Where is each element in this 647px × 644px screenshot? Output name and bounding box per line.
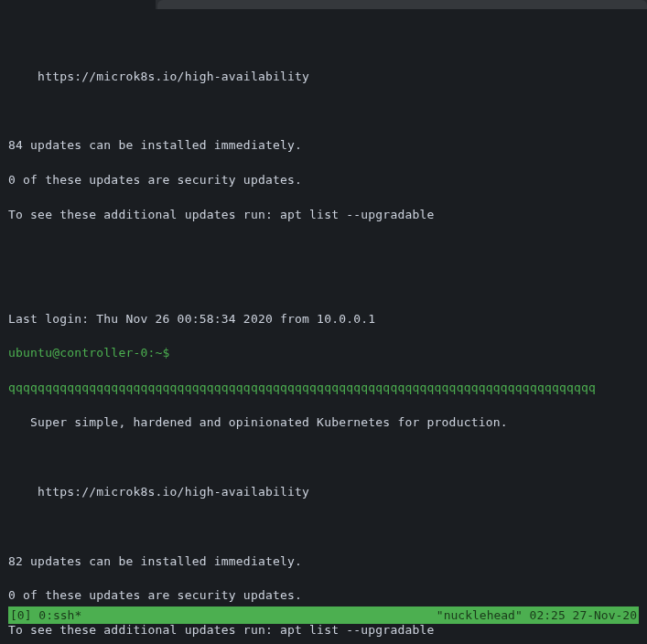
status-right: "nucklehead" 02:25 27-Nov-20 (437, 606, 637, 624)
blank-line (8, 34, 639, 51)
inactive-tab-area[interactable] (157, 0, 647, 9)
url-line: https://microk8s.io/high-availability (8, 484, 639, 501)
url-line: https://microk8s.io/high-availability (8, 69, 639, 86)
active-tab[interactable] (0, 0, 156, 9)
security-line: 0 of these updates are security updates. (8, 172, 639, 189)
terminal-content[interactable]: https://microk8s.io/high-availability 84… (0, 9, 647, 644)
blank-line (8, 519, 639, 536)
tmux-status-bar: [0] 0:ssh* "nucklehead" 02:25 27-Nov-20 (8, 606, 639, 624)
hint-line: To see these additional updates run: apt… (8, 207, 639, 224)
blank-line (8, 103, 639, 121)
status-left: [0] 0:ssh* (10, 606, 81, 624)
prompt-line: ubuntu@controller-0:~$ (8, 345, 639, 362)
blank-line (8, 276, 639, 294)
pane-divider: qqqqqqqqqqqqqqqqqqqqqqqqqqqqqqqqqqqqqqqq… (8, 380, 639, 397)
blank-line (8, 449, 639, 467)
hint-line: To see these additional updates run: apt… (8, 622, 639, 639)
tab-bar (0, 0, 647, 9)
slogan-line: Super simple, hardened and opinionated K… (8, 414, 639, 432)
last-login-line: Last login: Thu Nov 26 00:58:34 2020 fro… (8, 311, 639, 328)
security-line: 0 of these updates are security updates. (8, 587, 639, 605)
blank-line (8, 242, 639, 259)
updates-line: 84 updates can be installed immediately. (8, 137, 639, 155)
updates-line: 82 updates can be installed immediately. (8, 553, 639, 571)
